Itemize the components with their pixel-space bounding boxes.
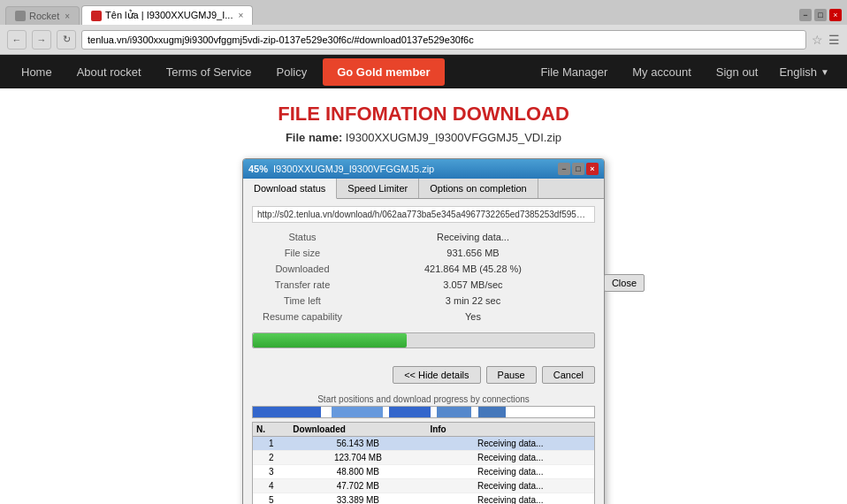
conn-info: Receiving data... — [426, 479, 594, 493]
time-left-label: Time left — [254, 294, 351, 308]
tab-options-completion[interactable]: Options on completion — [419, 179, 538, 198]
conn-n: 4 — [253, 479, 289, 493]
conn-n: 5 — [253, 493, 289, 505]
dialog-window-controls: − □ × — [558, 163, 599, 175]
conn-table-row[interactable]: 2 123.704 MB Receiving data... — [253, 451, 594, 465]
dialog-overlay: 45% I9300XXUGMJ9_I9300VFGGMJ5.zip − □ × … — [0, 158, 847, 504]
nav-policy[interactable]: Policy — [264, 57, 320, 88]
conn-table-row[interactable]: 3 48.800 MB Receiving data... — [253, 465, 594, 479]
main-content: FILE INFOMATION DOWNLOAD File name: I930… — [0, 88, 847, 504]
connection-bar — [252, 406, 595, 418]
transfer-rate-value: 3.057 MB/sec — [353, 278, 593, 292]
dialog-tabs: Download status Speed Limiter Options on… — [243, 179, 604, 199]
progress-bar-inner — [253, 333, 407, 347]
conn-seg-gap3 — [431, 407, 438, 417]
dialog-actions: << Hide details Pause Cancel — [243, 363, 604, 391]
content-wrapper: FILE INFOMATION DOWNLOAD File name: I930… — [0, 88, 847, 504]
conn-info: Receiving data... — [426, 437, 594, 451]
conn-downloaded: 123.704 MB — [289, 451, 426, 465]
nav-sign-out[interactable]: Sign out — [704, 57, 771, 88]
hide-details-button[interactable]: << Hide details — [393, 366, 480, 384]
dialog-close-btn[interactable]: × — [586, 163, 599, 175]
back-button[interactable]: ← — [7, 30, 27, 50]
download-url: http://s02.tenlua.vn/download/h/062aa773… — [252, 206, 595, 223]
nav-file-manager[interactable]: File Manager — [528, 57, 620, 88]
language-arrow-icon: ▼ — [820, 67, 829, 77]
download-dialog: 45% I9300XXUGMJ9_I9300VFGGMJ5.zip − □ × … — [242, 158, 605, 504]
downloaded-value: 421.864 MB (45.28 %) — [353, 262, 593, 276]
nav-home[interactable]: Home — [9, 57, 65, 88]
conn-info: Receiving data... — [426, 493, 594, 505]
refresh-button[interactable]: ↻ — [57, 30, 76, 50]
downloaded-row: Downloaded 421.864 MB (45.28 %) — [254, 262, 593, 276]
status-value: Receiving data... — [353, 230, 593, 244]
window-close-btn[interactable]: × — [829, 9, 842, 21]
download-info-table: Status Receiving data... File size 931.6… — [252, 228, 595, 325]
conn-n: 3 — [253, 465, 289, 479]
conn-seg-gap4 — [471, 407, 478, 417]
tab-favicon-rocket — [15, 11, 26, 21]
conn-downloaded: 48.800 MB — [289, 465, 426, 479]
nav-about[interactable]: About rocket — [65, 57, 154, 88]
browser-toolbar: ← → ↻ ☆ ☰ — [0, 25, 847, 55]
conn-header-info: Info — [426, 423, 594, 437]
conn-seg-5 — [478, 407, 506, 417]
dialog-title-left: 45% I9300XXUGMJ9_I9300VFGGMJ5.zip — [248, 164, 558, 174]
dialog-title-filename: I9300XXUGMJ9_I9300VFGGMJ5.zip — [273, 164, 434, 174]
dialog-body: http://s02.tenlua.vn/download/h/062aa773… — [243, 199, 604, 363]
tab-label-tenlua: Tên lửa | I9300XXUGMJ9_I... — [105, 10, 233, 21]
language-selector[interactable]: English ▼ — [770, 58, 838, 86]
nav-terms[interactable]: Terms of Service — [154, 57, 264, 88]
transfer-rate-label: Transfer rate — [254, 278, 351, 292]
conn-downloaded: 33.389 MB — [289, 493, 426, 505]
forward-button[interactable]: → — [32, 30, 51, 50]
bookmark-icon[interactable]: ☆ — [812, 33, 823, 47]
conn-header-downloaded: Downloaded — [289, 423, 426, 437]
site-nav: Home About rocket Terms of Service Polic… — [0, 55, 847, 88]
window-minimize-btn[interactable]: − — [799, 9, 812, 21]
tab-download-status[interactable]: Download status — [243, 179, 337, 199]
file-size-value: 931.656 MB — [353, 246, 593, 260]
nav-go-gold-btn[interactable]: Go Gold member — [323, 58, 444, 86]
tab-tenlua[interactable]: Tên lửa | I9300XXUGMJ9_I... × — [81, 5, 253, 25]
address-bar[interactable] — [81, 30, 806, 50]
cancel-button[interactable]: Cancel — [542, 366, 595, 384]
conn-table-row[interactable]: 4 47.702 MB Receiving data... — [253, 479, 594, 493]
conn-table-row[interactable]: 1 56.143 MB Receiving data... — [253, 437, 594, 451]
downloaded-label: Downloaded — [254, 262, 351, 276]
resume-row: Resume capability Yes — [254, 309, 593, 324]
tab-speed-limiter[interactable]: Speed Limiter — [337, 179, 419, 198]
conn-downloaded: 47.702 MB — [289, 479, 426, 493]
resume-label: Resume capability — [254, 309, 351, 324]
browser-chrome: Rocket × Tên lửa | I9300XXUGMJ9_I... × −… — [0, 0, 847, 55]
file-size-row: File size 931.656 MB — [254, 246, 593, 260]
dialog-titlebar: 45% I9300XXUGMJ9_I9300VFGGMJ5.zip − □ × — [243, 159, 604, 179]
connections-table: N. Downloaded Info 1 56.143 MB Receiving… — [253, 423, 594, 504]
conn-seg-gap2 — [383, 407, 390, 417]
connections-table-wrap[interactable]: N. Downloaded Info 1 56.143 MB Receiving… — [252, 422, 595, 504]
tab-close-rocket[interactable]: × — [65, 11, 70, 21]
dialog-minimize-btn[interactable]: − — [558, 163, 570, 175]
file-label: File name: — [286, 131, 342, 144]
dialog-progress-percent: 45% — [248, 164, 268, 174]
conn-table-row[interactable]: 5 33.389 MB Receiving data... — [253, 493, 594, 505]
conn-seg-3 — [389, 407, 430, 417]
file-name-value: I9300XXUGMJ9_I9300VFGGMJ5_VDI.zip — [346, 131, 561, 144]
resume-value: Yes — [353, 309, 593, 324]
settings-icon[interactable]: ☰ — [828, 33, 840, 47]
time-left-value: 3 min 22 sec — [353, 294, 593, 308]
dialog-maximize-btn[interactable]: □ — [572, 163, 584, 175]
tab-label-rocket: Rocket — [29, 11, 59, 21]
conn-seg-2 — [332, 407, 383, 417]
conn-seg-4 — [437, 407, 471, 417]
nav-my-account[interactable]: My account — [620, 57, 703, 88]
tab-close-tenlua[interactable]: × — [238, 11, 243, 20]
page-title: FILE INFOMATION DOWNLOAD — [0, 103, 847, 126]
pause-button[interactable]: Pause — [486, 366, 537, 384]
window-maximize-btn[interactable]: □ — [814, 9, 827, 21]
tab-rocket[interactable]: Rocket × — [5, 6, 80, 25]
external-close-button[interactable]: Close — [604, 274, 645, 292]
time-left-row: Time left 3 min 22 sec — [254, 294, 593, 308]
nav-left: Home About rocket Terms of Service Polic… — [9, 57, 448, 88]
conn-n: 1 — [253, 437, 289, 451]
